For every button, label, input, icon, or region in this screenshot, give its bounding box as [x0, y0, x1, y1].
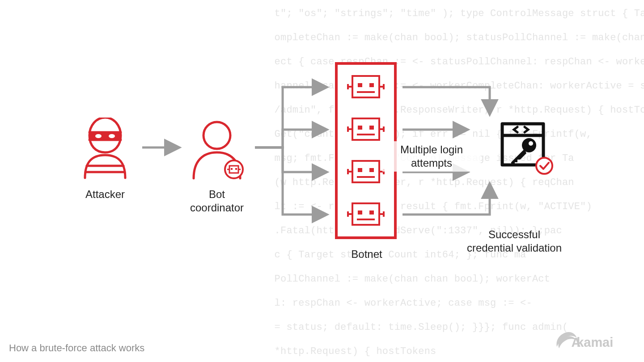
figure-caption: How a brute-force attack works: [9, 342, 144, 354]
akamai-logo: kamai A: [555, 329, 631, 352]
coordinator-label-l2: coordinator: [190, 202, 244, 214]
success-label: Successful credential validation: [452, 228, 577, 255]
attempts-label-l2: attempts: [411, 157, 452, 169]
attempts-label-l1: Multiple login: [400, 143, 463, 156]
diagram-canvas: t"; "os"; "strings"; "time" ); type Cont…: [0, 0, 644, 362]
arrows: [0, 0, 644, 362]
success-label-l2: credential validation: [467, 242, 562, 254]
success-label-l1: Successful: [488, 228, 540, 240]
coordinator-label: Bot coordinator: [177, 188, 257, 215]
svg-text:A: A: [571, 335, 580, 349]
botnet-label: Botnet: [340, 248, 394, 261]
attempts-label: Multiple login attempts: [382, 141, 481, 172]
coordinator-label-l1: Bot: [209, 188, 225, 200]
attacker-label: Attacker: [69, 188, 141, 201]
svg-text:kamai: kamai: [576, 335, 613, 349]
